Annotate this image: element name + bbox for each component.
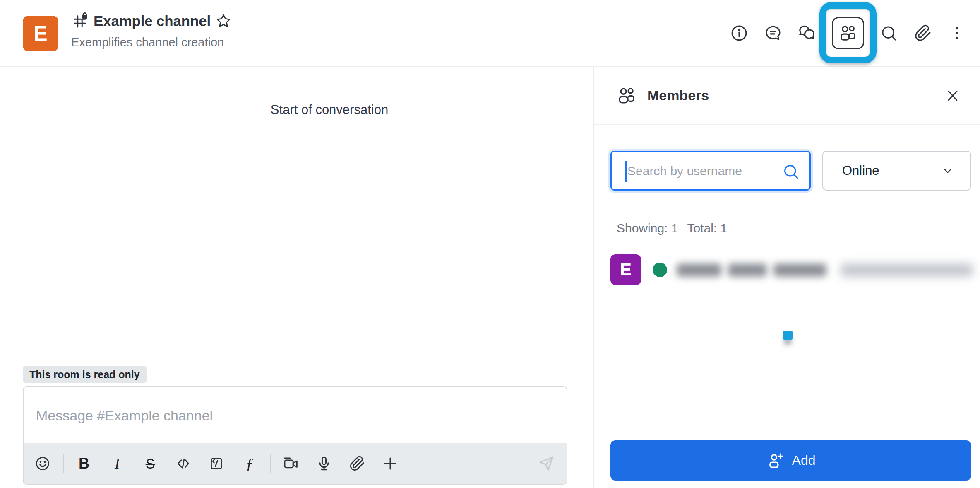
channel-info-icon[interactable] [730, 24, 748, 42]
showing-count: Showing: 1 [617, 221, 678, 235]
status-filter-value: Online [842, 163, 879, 178]
message-input[interactable]: Message #Example channel [36, 408, 213, 424]
channel-avatar-letter: E [34, 22, 47, 46]
members-panel-header: Members [594, 67, 980, 125]
members-summary: Showing: 1 Total: 1 [617, 221, 727, 235]
add-member-label: Add [792, 453, 816, 468]
redacted-member-name [728, 263, 767, 277]
redacted-member-name [677, 263, 721, 277]
add-user-icon [766, 452, 785, 470]
discussions-icon[interactable] [798, 24, 816, 42]
team-members-icon[interactable] [832, 17, 864, 49]
search-messages-icon[interactable] [880, 24, 898, 42]
channel-header: E Example channel [0, 0, 980, 67]
message-composer: Message #Example channel B I S ƒ [23, 386, 567, 485]
members-panel-title: Members [647, 87, 709, 104]
close-icon[interactable] [944, 87, 962, 105]
bold-icon[interactable]: B [67, 450, 101, 477]
redacted-member-name [773, 263, 826, 277]
channel-title-block: Example channel Exemplifies channel crea… [71, 9, 231, 49]
add-member-button[interactable]: Add [610, 440, 971, 481]
members-panel: Members Online Showing: 1 Total: 1 E [593, 67, 980, 488]
composer-toolbar: B I S ƒ [24, 443, 567, 484]
threads-icon[interactable] [764, 24, 782, 42]
readonly-badge: This room is read only [23, 366, 147, 383]
online-status-dot [653, 263, 667, 277]
emoji-icon[interactable] [26, 450, 59, 477]
member-search-box [610, 151, 811, 191]
hash-lock-icon [71, 12, 89, 30]
strikethrough-icon[interactable]: S [134, 450, 167, 477]
text-caret [625, 161, 627, 182]
total-count: Total: 1 [687, 221, 727, 235]
cursor-annotation-square [783, 331, 793, 340]
code-block-icon[interactable] [200, 450, 233, 477]
chevron-down-icon [941, 164, 955, 178]
formula-icon[interactable]: ƒ [233, 450, 266, 477]
toolbar-separator [270, 454, 271, 473]
channel-title: Example channel [94, 13, 211, 29]
favorite-star-icon[interactable] [216, 13, 231, 29]
team-members-button-wrap [832, 17, 864, 49]
member-avatar-letter: E [620, 260, 632, 280]
channel-avatar: E [23, 16, 58, 51]
member-search-input[interactable] [627, 155, 776, 188]
channel-topic: Exemplifies channel creation [71, 36, 231, 49]
member-list-item[interactable]: E [610, 254, 964, 286]
members-icon [617, 86, 637, 106]
kebab-menu-icon[interactable] [948, 24, 966, 42]
status-filter-dropdown[interactable]: Online [822, 151, 971, 191]
attach-file-icon[interactable] [341, 450, 374, 477]
video-message-icon[interactable] [274, 450, 307, 477]
member-avatar: E [610, 254, 641, 285]
start-of-conversation: Start of conversation [271, 102, 388, 117]
inline-code-icon[interactable] [167, 450, 200, 477]
paperclip-icon[interactable] [914, 24, 932, 42]
search-icon [782, 163, 800, 180]
send-message-icon[interactable] [537, 454, 556, 473]
redacted-member-username [841, 263, 973, 277]
audio-message-icon[interactable] [307, 450, 341, 477]
header-actions [730, 0, 966, 66]
toolbar-separator [63, 454, 64, 473]
italic-icon[interactable]: I [101, 450, 134, 477]
plus-actions-icon[interactable] [374, 450, 407, 477]
